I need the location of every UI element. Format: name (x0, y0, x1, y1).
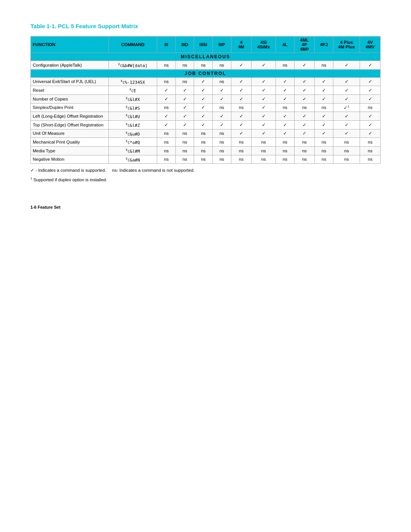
data-cell: ✓ (231, 86, 252, 95)
data-cell: ns (294, 146, 315, 155)
data-cell: ns (175, 155, 194, 164)
data-cell: ns (315, 155, 333, 164)
data-cell: ✓ (213, 86, 231, 95)
data-cell: ✓ (360, 61, 381, 70)
table-row: Mechanical Print QualityεC*o#Qnsnsnsnsns… (31, 138, 381, 147)
footnotes: ✓ - Indicates a command is supported. ns… (30, 168, 381, 173)
data-cell: ns (294, 103, 315, 112)
data-cell: ✓ (252, 94, 276, 103)
footnote-1: 1 Supported if duplex option is installe… (30, 177, 381, 182)
section-label: MISCELLANEOUS (31, 53, 381, 61)
data-cell: ns (333, 155, 360, 164)
data-cell: ns (157, 61, 176, 70)
header-iii: III (157, 37, 176, 53)
data-cell: ns (294, 138, 315, 147)
header-command: COMMAND (108, 37, 157, 53)
section-label: JOB CONTROL (31, 69, 381, 77)
data-cell: ns (315, 146, 333, 155)
data-cell: ✓ (333, 94, 360, 103)
function-cell: Unit Of Measure (31, 129, 109, 138)
data-cell: ✓ (315, 86, 333, 95)
data-cell: ✓ (294, 120, 315, 129)
data-cell: ✓ (231, 112, 252, 121)
data-cell: ns (213, 129, 231, 138)
data-cell: ✓ (294, 129, 315, 138)
data-cell: ns (333, 138, 360, 147)
data-cell: ✓ (276, 94, 295, 103)
data-cell: ✓ (194, 120, 213, 129)
data-cell: ns (252, 146, 276, 155)
function-cell: Media Type (31, 146, 109, 155)
data-cell: ✓ (294, 77, 315, 86)
command-cell: εC*o#Q (108, 138, 157, 147)
data-cell: ✓ (333, 129, 360, 138)
header-iiip: IIIP (213, 37, 231, 53)
function-cell: Configuration (AppleTalk) (31, 61, 109, 70)
table-row: Simplex/Duplex PrintεC&l#Sns✓✓nsns✓nsnsn… (31, 103, 381, 112)
header-4ml-4p-4mp: 4ML 4P 4MP (294, 37, 315, 53)
function-cell: Number of Copies (31, 94, 109, 103)
header-4pj: 4PJ (315, 37, 333, 53)
command-cell: εC%-12345X (108, 77, 157, 86)
data-cell: ns (194, 61, 213, 70)
header-4plus: 4 Plus 4M Plus (333, 37, 360, 53)
data-cell: ns (213, 103, 231, 112)
data-cell: ✓ (315, 94, 333, 103)
command-cell: εC&b#W[data] (108, 61, 157, 70)
data-cell: ns (252, 155, 276, 164)
data-cell: ns (231, 138, 252, 147)
data-cell: ✓ (194, 86, 213, 95)
data-cell: ✓ (157, 112, 176, 121)
data-cell: ✓ (252, 61, 276, 70)
data-cell: ✓ (315, 112, 333, 121)
data-cell: ns (276, 138, 295, 147)
data-cell: ns (213, 155, 231, 164)
table-row: Number of CopiesεC&l#X✓✓✓✓✓✓✓✓✓✓✓ (31, 94, 381, 103)
data-cell: ns (333, 146, 360, 155)
data-cell: ns (276, 155, 295, 164)
data-cell: ✓ (231, 61, 252, 70)
footer-text: 1-6 Feature Set (30, 205, 381, 209)
data-cell: ns (360, 146, 381, 155)
data-cell: ✓ (157, 94, 176, 103)
command-cell: εC&l#Z (108, 120, 157, 129)
table-row: Media TypeεC&l#Mnsnsnsnsnsnsnsnsnsnsns (31, 146, 381, 155)
data-cell: ns (157, 138, 176, 147)
data-cell: ✓ (294, 61, 315, 70)
function-cell: Simplex/Duplex Print (31, 103, 109, 112)
data-cell: ✓ (213, 120, 231, 129)
data-cell: ns (252, 138, 276, 147)
data-cell: ns (194, 155, 213, 164)
header-iiid: IIID (175, 37, 194, 53)
data-cell: ✓ (175, 112, 194, 121)
data-cell: ns (213, 77, 231, 86)
function-cell: Mechanical Print Quality (31, 138, 109, 147)
data-cell: ns (276, 146, 295, 155)
data-cell: ✓ (194, 94, 213, 103)
data-cell: ns (360, 103, 381, 112)
ns-footnote: ns- Indicates a command is not supported… (112, 168, 195, 173)
data-cell: ✓ (315, 129, 333, 138)
data-cell: ✓ (360, 129, 381, 138)
data-cell: ✓ (252, 112, 276, 121)
data-cell: ns (175, 61, 194, 70)
command-cell: εC&l#M (108, 146, 157, 155)
data-cell: ✓ (333, 120, 360, 129)
data-cell: ns (157, 77, 176, 86)
data-cell: ✓ (252, 120, 276, 129)
data-cell: ns (315, 103, 333, 112)
data-cell: ✓ (294, 94, 315, 103)
data-cell: ✓ (213, 112, 231, 121)
data-cell: ✓ (294, 112, 315, 121)
function-cell: Reset (31, 86, 109, 95)
table-row: Left (Long-Edge) Offset RegistrationεC&l… (31, 112, 381, 121)
data-cell: ✓ (157, 86, 176, 95)
data-cell: ✓ (231, 77, 252, 86)
data-cell: ✓ (252, 129, 276, 138)
data-cell: ✓ (194, 103, 213, 112)
data-cell: ✓ (231, 120, 252, 129)
data-cell: ✓ (252, 103, 276, 112)
data-cell: ✓ (194, 112, 213, 121)
data-cell: ✓1 (333, 103, 360, 112)
command-cell: εC&u#D (108, 129, 157, 138)
